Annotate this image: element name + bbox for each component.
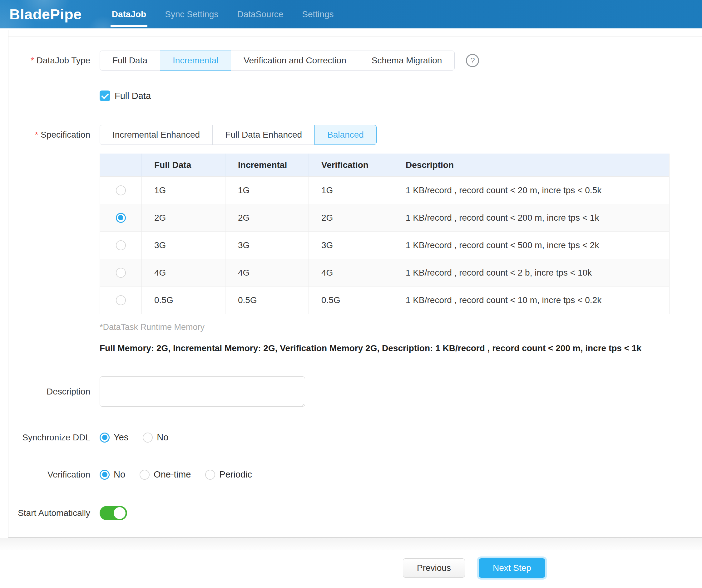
spec-row-radio-2g[interactable] [116, 213, 126, 223]
spec-row-radio-3g[interactable] [116, 240, 126, 250]
spec-row-radio-4g[interactable] [116, 268, 126, 278]
spec-cell-incremental: 4G [225, 259, 309, 287]
spec-row-radio-cell [100, 287, 142, 314]
spec-table-col-full-data: Full Data [142, 154, 225, 177]
spec-cell-description: 1 KB/record , record count < 500 m, incr… [393, 232, 669, 259]
spec-cell-verification: 3G [309, 232, 393, 259]
verification-row: Verification NoOne-timePeriodic [8, 469, 702, 480]
top-navbar: BladePipe DataJobSync SettingsDataSource… [0, 0, 702, 28]
spec-table-row-0-5g[interactable]: 0.5G0.5G0.5G1 KB/record , record count <… [100, 287, 669, 314]
spec-cell-full-data: 0.5G [142, 287, 225, 314]
spec-cell-incremental: 1G [225, 177, 309, 204]
spec-cell-verification: 2G [309, 204, 393, 232]
synchronize-ddl-row: Synchronize DDL YesNo [8, 432, 702, 443]
specification-table: Full DataIncrementalVerificationDescript… [100, 154, 670, 314]
verification-option-one-time[interactable]: One-time [140, 469, 191, 480]
full-data-checkbox-row: Full Data [8, 91, 702, 101]
spec-cell-incremental: 0.5G [225, 287, 309, 314]
specification-row: Specification Incremental EnhancedFull D… [8, 125, 702, 145]
nav-tab-datajob[interactable]: DataJob [102, 0, 155, 28]
verification-option-periodic[interactable]: Periodic [205, 469, 252, 480]
synchronize-ddl-option-no[interactable]: No [143, 432, 168, 443]
datajob-type-option-schema-migration[interactable]: Schema Migration [359, 50, 455, 70]
verification-option-no[interactable]: No [100, 469, 125, 480]
nav-tabs: DataJobSync SettingsDataSourceSettings [102, 0, 343, 28]
synchronize-ddl-label-yes: Yes [114, 432, 128, 443]
synchronize-ddl-option-yes[interactable]: Yes [100, 432, 128, 443]
table-footnote: *DataTask Runtime Memory [100, 322, 702, 332]
spec-table-col-incremental: Incremental [225, 154, 309, 177]
spec-cell-description: 1 KB/record , record count < 2 b, incre … [393, 259, 669, 287]
spec-table-col-radio [100, 154, 142, 177]
main-panel: DataJob Type Full DataIncrementalVerific… [8, 30, 702, 538]
spec-table-row-3g[interactable]: 3G3G3G1 KB/record , record count < 500 m… [100, 232, 669, 259]
verification-radio-one-time[interactable] [140, 470, 149, 480]
verification-radio-no[interactable] [100, 470, 110, 480]
spec-cell-verification: 0.5G [309, 287, 393, 314]
next-step-button[interactable]: Next Step [479, 558, 545, 578]
datajob-type-option-full-data[interactable]: Full Data [100, 50, 160, 70]
spec-cell-description: 1 KB/record , record count < 10 m, incre… [393, 287, 669, 314]
spec-table-col-description: Description [393, 154, 669, 177]
verification-radio-periodic[interactable] [205, 470, 215, 480]
spec-table-row-4g[interactable]: 4G4G4G1 KB/record , record count < 2 b, … [100, 259, 669, 287]
synchronize-ddl-label-no: No [157, 432, 168, 443]
spec-cell-verification: 4G [309, 259, 393, 287]
spec-table-row-1g[interactable]: 1G1G1G1 KB/record , record count < 20 m,… [100, 177, 669, 204]
specification-table-body: 1G1G1G1 KB/record , record count < 20 m,… [100, 177, 669, 314]
specification-option-balanced[interactable]: Balanced [315, 125, 377, 145]
spec-cell-verification: 1G [309, 177, 393, 204]
app-logo: BladePipe [9, 6, 82, 23]
spec-cell-full-data: 4G [142, 259, 225, 287]
specification-label: Specification [8, 130, 90, 140]
start-automatically-toggle[interactable] [100, 506, 127, 520]
specification-option-full-data-enhanced[interactable]: Full Data Enhanced [212, 125, 315, 145]
verification-label-periodic: Periodic [219, 469, 252, 480]
footer-divider [0, 538, 702, 550]
spec-table-row-2g[interactable]: 2G2G2G1 KB/record , record count < 200 m… [100, 204, 669, 232]
spec-row-radio-cell [100, 232, 142, 259]
spec-cell-description: 1 KB/record , record count < 20 m, incre… [393, 177, 669, 204]
spec-cell-incremental: 3G [225, 232, 309, 259]
specification-table-header: Full DataIncrementalVerificationDescript… [100, 154, 669, 177]
spec-cell-full-data: 3G [142, 232, 225, 259]
spec-table-col-verification: Verification [309, 154, 393, 177]
synchronize-ddl-radio-yes[interactable] [100, 433, 110, 443]
previous-button[interactable]: Previous [403, 558, 465, 578]
verification-group: NoOne-timePeriodic [100, 469, 266, 480]
datajob-type-option-incremental[interactable]: Incremental [160, 50, 231, 70]
synchronize-ddl-radio-no[interactable] [143, 433, 153, 443]
spec-row-radio-0-5g[interactable] [116, 295, 126, 305]
specification-group: Incremental EnhancedFull Data EnhancedBa… [100, 125, 377, 145]
nav-tab-sync-settings[interactable]: Sync Settings [155, 0, 228, 28]
spec-row-radio-1g[interactable] [116, 185, 126, 195]
description-label: Description [8, 387, 90, 397]
verification-label: Verification [8, 470, 90, 480]
datajob-form: DataJob Type Full DataIncrementalVerific… [8, 37, 702, 537]
spec-cell-incremental: 2G [225, 204, 309, 232]
spec-cell-full-data: 2G [142, 204, 225, 232]
datajob-type-group: Full DataIncrementalVerification and Cor… [100, 50, 455, 70]
specification-option-incremental-enhanced[interactable]: Incremental Enhanced [100, 125, 213, 145]
spec-row-radio-cell [100, 259, 142, 287]
nav-tab-settings[interactable]: Settings [292, 0, 343, 28]
footer: Previous Next Step [0, 550, 702, 588]
description-row: Description [8, 377, 702, 407]
spec-row-radio-cell [100, 204, 142, 232]
datajob-type-option-verification-and-correction[interactable]: Verification and Correction [231, 50, 359, 70]
description-textarea[interactable] [100, 377, 305, 407]
synchronize-ddl-label: Synchronize DDL [8, 433, 90, 443]
nav-tab-datasource[interactable]: DataSource [228, 0, 292, 28]
start-automatically-row: Start Automatically [8, 506, 702, 520]
selection-summary: Full Memory: 2G, Incremental Memory: 2G,… [100, 343, 702, 353]
spec-cell-description: 1 KB/record , record count < 200 m, incr… [393, 204, 669, 232]
datajob-type-row: DataJob Type Full DataIncrementalVerific… [8, 50, 702, 70]
panel-divider [8, 30, 702, 37]
full-data-checkbox[interactable] [100, 91, 110, 101]
spec-row-radio-cell [100, 177, 142, 204]
verification-label-no: No [114, 469, 125, 480]
full-data-checkbox-label: Full Data [115, 91, 151, 101]
verification-label-one-time: One-time [154, 469, 191, 480]
help-icon[interactable]: ? [466, 54, 479, 67]
spec-cell-full-data: 1G [142, 177, 225, 204]
